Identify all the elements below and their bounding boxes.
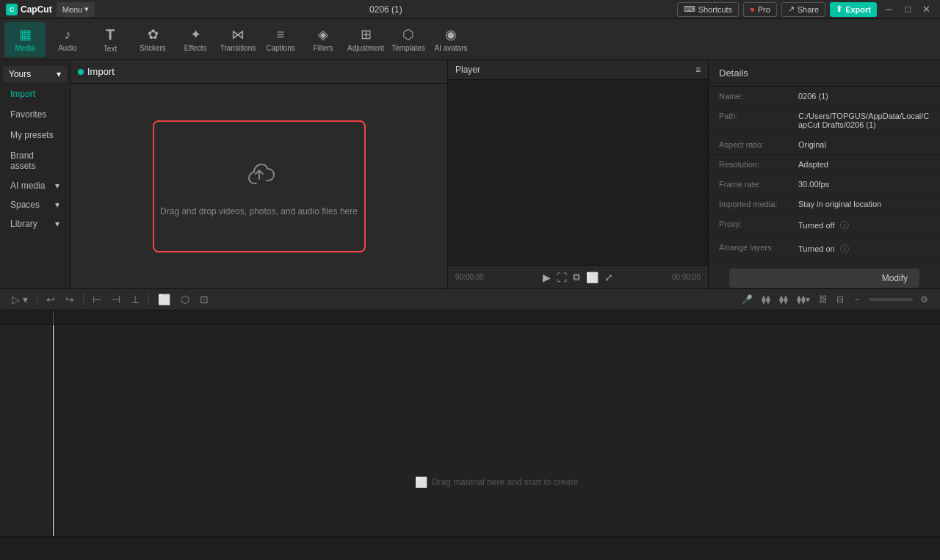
timeline: ⬜ Drag material here and start to create (0, 310, 940, 536)
export-button[interactable]: ⬆ Export (830, 2, 877, 17)
detail-row-name: Name: 0206 (1) (709, 87, 940, 106)
playhead-marker (53, 310, 54, 324)
brand-assets-label: Brand assets (10, 150, 36, 171)
details-title: Details (719, 68, 748, 79)
tool-adjustment[interactable]: ⊞ Adjustment (345, 22, 386, 57)
arrange-layers-label: Arrange layers: (719, 243, 792, 252)
mic-button[interactable]: 🎤 (739, 293, 756, 306)
close-button[interactable]: ✕ (919, 2, 934, 17)
toolbar: ▦ Media ♪ Audio T Text ✿ Stickers ✦ Effe… (0, 19, 940, 60)
zoom-slider[interactable] (869, 298, 913, 301)
tool-transitions[interactable]: ⋈ Transitions (217, 22, 258, 57)
tool-media[interactable]: ▦ Media (4, 22, 46, 57)
track-labels (0, 325, 53, 536)
player-crop-button[interactable]: ⬜ (586, 272, 599, 283)
bottom-toolbar-right: 🎤 ⧫⧫ ⧫⧫ ⧫⧫▾ ⛓ ⊟ － ⚙ (739, 292, 931, 308)
filters-icon: ◈ (318, 26, 328, 43)
pro-button[interactable]: ♥ Pro (743, 2, 777, 17)
arrange-layers-info-icon[interactable]: ⓘ (840, 244, 849, 254)
capcut-logo: C CapCut (6, 4, 52, 15)
settings-button[interactable]: ⚙ (917, 293, 931, 306)
yours-label: Yours (9, 69, 31, 79)
separator-3 (148, 294, 149, 305)
adjustment-icon: ⊞ (361, 26, 372, 43)
export-icon: ⬆ (836, 4, 842, 14)
pro-label: Pro (758, 5, 770, 14)
cursor-tool-button[interactable]: ▷ ▾ (9, 292, 31, 307)
imported-media-label: Imported media: (719, 200, 792, 208)
sidebar: Yours ▾ Import Favorites My presets Bran… (0, 60, 70, 288)
maximize-button[interactable]: □ (900, 2, 915, 17)
captions-label: Captions (266, 44, 294, 52)
ai-avatars-icon: ◉ (445, 26, 457, 43)
titlebar-center: 0206 (1) (369, 4, 402, 15)
library-chevron-icon: ▾ (55, 219, 59, 229)
ai-avatars-label: AI avatars (434, 44, 467, 52)
minimize-button[interactable]: ─ (881, 2, 896, 17)
modify-label: Modify (882, 273, 908, 283)
modify-button[interactable]: Modify (729, 269, 919, 288)
sidebar-item-ai-media[interactable]: AI media ▾ (3, 177, 67, 194)
tool-stickers[interactable]: ✿ Stickers (132, 22, 173, 57)
sidebar-item-library[interactable]: Library ▾ (3, 215, 67, 233)
sidebar-item-import[interactable]: Import (3, 84, 67, 103)
clone-button[interactable]: ⊟ (834, 293, 847, 306)
proxy-label: Proxy: (719, 219, 792, 228)
tool-ai-avatars[interactable]: ◉ AI avatars (430, 22, 471, 57)
player-label: Player (455, 65, 480, 75)
sidebar-item-favorites[interactable]: Favorites (3, 105, 67, 124)
split-button-2[interactable]: ⊣ (109, 292, 123, 307)
arrange-layers-value: Turned on ⓘ (798, 243, 930, 255)
frame-rate-label: Frame rate: (719, 180, 792, 189)
tool-effects[interactable]: ✦ Effects (175, 22, 216, 57)
tool-text[interactable]: T Text (90, 22, 131, 57)
split-button-1[interactable]: ⊢ (90, 292, 104, 307)
filters-label: Filters (313, 44, 333, 52)
player-panel: Player ≡ 00:00:00 ▶ ⛶ ⧉ ⬜ ⤢ 00:00:00 (448, 60, 709, 288)
stickers-label: Stickers (140, 44, 166, 52)
drop-zone[interactable]: Drag and drop videos, photos, and audio … (153, 120, 366, 252)
audio-icon: ♪ (65, 27, 71, 43)
zoom-out-button[interactable]: － (850, 292, 864, 308)
track-btn-2[interactable]: ⧫⧫ (776, 293, 791, 306)
tool-audio[interactable]: ♪ Audio (47, 22, 88, 57)
share-button[interactable]: ↗ Share (781, 2, 825, 17)
bottom-toolbar: ▷ ▾ ↩ ↪ ⊢ ⊣ ⊥ ⬜ ⬡ ⊡ 🎤 ⧫⧫ ⧫⧫ ⧫⧫▾ ⛓ ⊟ － ⚙ (0, 288, 940, 310)
shortcuts-button[interactable]: ⌨ Shortcuts (677, 2, 739, 17)
player-pip-button[interactable]: ⧉ (573, 271, 580, 283)
sidebar-yours-header[interactable]: Yours ▾ (3, 66, 67, 82)
tool-templates[interactable]: ⬡ Templates (388, 22, 429, 57)
detail-row-resolution: Resolution: Adapted (709, 155, 940, 175)
proxy-info-icon[interactable]: ⓘ (840, 220, 849, 230)
details-header: Details (709, 60, 940, 87)
redo-button[interactable]: ↪ (62, 292, 77, 307)
sidebar-item-brand-assets[interactable]: Brand assets (3, 146, 67, 175)
track-btn-1[interactable]: ⧫⧫ (759, 293, 773, 306)
track-content[interactable]: ⬜ Drag material here and start to create (53, 325, 940, 536)
import-label: Import (10, 89, 35, 99)
export-label: Export (845, 5, 871, 14)
resize-button[interactable]: ⊡ (197, 292, 212, 307)
player-expand-button[interactable]: ⤢ (604, 272, 613, 283)
keyboard-icon: ⌨ (684, 4, 695, 14)
player-play-button[interactable]: ▶ (543, 272, 551, 283)
shield-button[interactable]: ⬡ (178, 292, 192, 307)
sidebar-item-my-presets[interactable]: My presets (3, 126, 67, 145)
tool-filters[interactable]: ◈ Filters (303, 22, 344, 57)
link-button[interactable]: ⛓ (816, 293, 831, 306)
player-fullscreen-button[interactable]: ⛶ (557, 272, 567, 283)
effects-label: Effects (184, 44, 206, 52)
sidebar-item-spaces[interactable]: Spaces ▾ (3, 196, 67, 214)
menu-button[interactable]: Menu ▾ (57, 2, 95, 17)
crop-button[interactable]: ⬜ (155, 292, 173, 307)
undo-button[interactable]: ↩ (43, 292, 58, 307)
upload-cloud-icon (242, 156, 277, 197)
drag-material-text: Drag material here and start to create (432, 477, 578, 487)
import-button[interactable]: Import (78, 66, 115, 77)
tool-captions[interactable]: ≡ Captions (260, 22, 301, 57)
resolution-value: Adapted (798, 160, 930, 169)
detail-row-imported-media: Imported media: Stay in original locatio… (709, 194, 940, 214)
details-panel: Details Name: 0206 (1) Path: C:/Users/TO… (709, 60, 940, 288)
track-btn-3[interactable]: ⧫⧫▾ (794, 293, 813, 306)
split-button-3[interactable]: ⊥ (128, 292, 142, 307)
